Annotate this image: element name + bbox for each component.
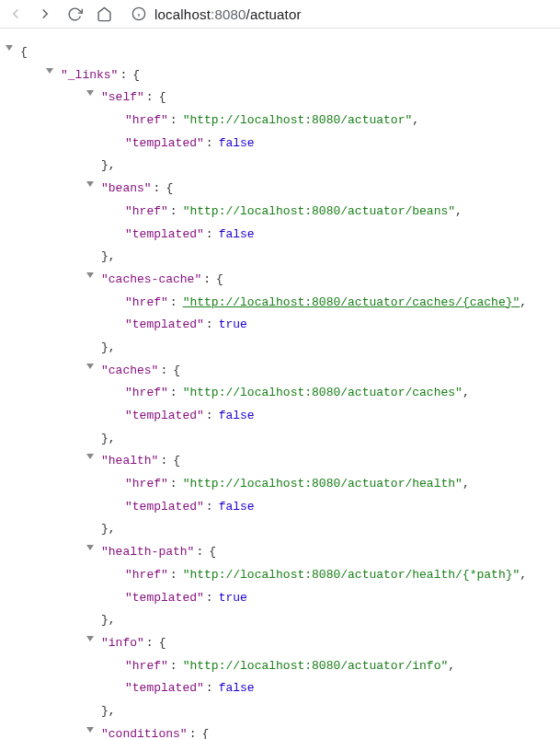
colon: : [118,68,132,82]
chevron-down-icon[interactable] [86,272,94,278]
json-root: { "_links":{ "self":{"href":"http://loca… [4,41,556,739]
colon: : [188,727,202,739]
json-key: "href" [125,568,168,582]
json-key: "health" [101,454,158,468]
json-key: "href" [125,204,168,218]
colon: : [204,681,219,695]
href-line: "href":"http://localhost:8080/actuator/h… [125,564,556,587]
href-value: "http://localhost:8080/actuator" [183,113,413,127]
reload-icon[interactable] [66,6,83,22]
json-key: "templated" [125,681,204,695]
templated-value: false [219,136,255,150]
info-icon[interactable] [131,6,147,22]
links-object: "_links":{ "self":{"href":"http://localh… [44,64,556,739]
json-key: "_links" [61,68,118,82]
object-children: "href":"http://localhost:8080/actuator/c… [101,382,556,427]
brace-open: { [216,272,223,286]
href-line: "href":"http://localhost:8080/actuator/i… [125,655,556,678]
chevron-down-icon[interactable] [86,454,94,459]
brace-open: { [173,364,180,377]
href-line: "href":"http://localhost:8080/actuator", [125,110,556,133]
object-children: "href":"http://localhost:8080/actuator/b… [101,201,556,246]
colon: : [168,386,183,399]
object-children: "href":"http://localhost:8080/actuator/h… [101,473,556,518]
back-icon[interactable] [7,6,24,22]
templated-value: true [219,591,247,605]
brace-close: }, [101,246,556,269]
brace-open: { [209,545,216,559]
home-icon[interactable] [96,6,112,22]
comma: , [520,568,527,582]
templated-line: "templated":false [125,496,556,519]
json-key: "templated" [125,227,204,241]
colon: : [168,113,183,127]
chevron-down-icon[interactable] [46,68,53,74]
object-children: "href":"http://localhost:8080/actuator/h… [101,564,556,609]
comma: , [448,659,455,673]
chevron-down-icon[interactable] [6,45,13,51]
json-key: "info" [101,636,144,650]
href-value[interactable]: "http://localhost:8080/actuator/caches/{… [183,295,520,309]
json-key: "templated" [125,318,204,331]
templated-line: "templated":true [125,587,556,610]
chevron-down-icon[interactable] [86,181,94,187]
json-key: "self" [101,90,144,104]
url-text: localhost:8080/actuator [154,6,302,22]
colon: : [158,364,173,377]
templated-value: false [219,681,255,695]
url-host: localhost [154,6,211,22]
link-object: "info":{"href":"http://localhost:8080/ac… [85,632,556,723]
colon: : [204,500,219,514]
brace-close: }, [101,609,556,632]
link-object: "caches-cache":{"href":"http://localhost… [85,269,556,360]
brace-close: }, [101,700,556,723]
object-children: "href":"http://localhost:8080/actuator/i… [101,655,556,700]
brace-close: }, [101,337,556,360]
colon: : [168,204,183,218]
json-key: "caches-cache" [101,272,201,286]
json-viewer: { "_links":{ "self":{"href":"http://loca… [0,29,560,739]
link-object: "beans":{"href":"http://localhost:8080/a… [85,178,556,269]
templated-value: false [219,500,255,514]
templated-value: true [219,318,247,331]
comma: , [412,113,419,127]
comma: , [455,204,463,218]
templated-line: "templated":false [125,405,556,428]
chevron-down-icon[interactable] [86,364,94,369]
brace-open: { [201,727,209,739]
chevron-down-icon[interactable] [86,90,94,96]
forward-icon[interactable] [37,6,53,22]
chevron-down-icon[interactable] [86,727,94,733]
brace-close: }, [101,518,556,541]
json-key: "conditions" [101,727,188,739]
browser-toolbar: localhost:8080/actuator [0,0,560,29]
chevron-down-icon[interactable] [86,636,94,641]
brace-open: { [159,90,166,104]
href-line: "href":"http://localhost:8080/actuator/h… [125,473,556,496]
colon: : [194,545,209,559]
link-object: "conditions":{"href":"http://localhost:8… [85,723,556,739]
brace-open: { [159,636,166,650]
json-key: "templated" [125,500,204,514]
chevron-down-icon[interactable] [86,545,94,550]
colon: : [168,477,183,491]
url-port: :8080 [211,6,246,22]
colon: : [144,636,159,650]
json-key: "beans" [101,181,152,195]
object-children: "href":"http://localhost:8080/actuator",… [101,110,556,155]
href-line: "href":"http://localhost:8080/actuator/c… [125,382,556,405]
json-key: "templated" [125,409,204,422]
brace-close: }, [101,155,556,178]
colon: : [168,568,183,582]
templated-value: false [219,227,255,241]
href-line: "href":"http://localhost:8080/actuator/b… [125,201,556,224]
templated-line: "templated":false [125,133,556,156]
comma: , [463,386,470,399]
colon: : [168,295,183,309]
colon: : [204,591,219,605]
colon: : [144,90,159,104]
address-bar[interactable]: localhost:8080/actuator [131,6,302,22]
colon: : [204,318,219,331]
json-key: "templated" [125,591,204,605]
json-key: "health-path" [101,545,194,559]
